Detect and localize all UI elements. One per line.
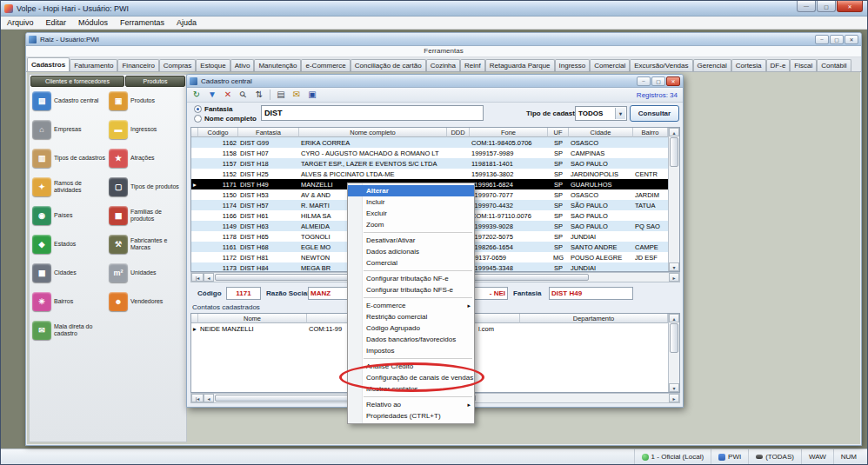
- sidebar-item-fabricantes-e-marcas[interactable]: ⚒Fabricantes e Marcas: [109, 235, 185, 254]
- tab-df-e[interactable]: DF-e: [766, 59, 791, 71]
- refresh-icon[interactable]: ↻: [190, 89, 204, 102]
- sort-az-icon[interactable]: ⇅: [252, 89, 266, 102]
- tab-excursao-vendas[interactable]: Excursão/Vendas: [630, 59, 692, 71]
- grid-header-cidade[interactable]: Cidade: [569, 128, 633, 137]
- dialog-maximize-button[interactable]: [651, 76, 665, 86]
- context-menu-item-configuracao-de-canais-de-vendas[interactable]: Configuração de canais de vendas: [348, 372, 474, 383]
- tab-contabil[interactable]: Contábil: [817, 59, 851, 71]
- tab-manutencao[interactable]: Manutenção: [254, 59, 301, 71]
- sidebar-item-paises[interactable]: ◉Países: [32, 206, 109, 225]
- sidebar-header-produtos[interactable]: Produtos: [125, 76, 185, 87]
- export-icon[interactable]: ✉: [290, 89, 304, 102]
- radio-nome-completo[interactable]: Nome completo: [194, 115, 257, 123]
- tab-reinf[interactable]: Reinf: [460, 59, 485, 71]
- sidebar-item-atracoes[interactable]: ★Atrações: [109, 149, 185, 168]
- context-menu-item-excluir[interactable]: Excluir: [348, 208, 474, 219]
- tab-ingresso[interactable]: Ingresso: [555, 59, 591, 71]
- contatos-vertical-scrollbar[interactable]: [668, 314, 679, 392]
- scroll-up-icon[interactable]: [669, 128, 679, 136]
- grid-header-fone[interactable]: Fone: [470, 128, 548, 137]
- menu-ajuda[interactable]: Ajuda: [170, 17, 203, 29]
- context-menu-item-restricao-comercial[interactable]: Restrição comercial: [348, 311, 474, 322]
- go-first-icon[interactable]: [191, 394, 204, 402]
- tab-cozinha[interactable]: Cozinha: [426, 59, 460, 71]
- status-todas[interactable]: (TODAS): [748, 449, 801, 464]
- grid-header-nome-completo[interactable]: Nome completo: [299, 128, 447, 137]
- print-icon[interactable]: ▤: [274, 89, 288, 102]
- maximize-button[interactable]: [817, 1, 836, 12]
- context-menu-item-mostrar-contatos[interactable]: Mostrar contatos: [348, 383, 474, 395]
- grid-header-ddd[interactable]: DDD: [447, 128, 470, 137]
- close-button[interactable]: [837, 1, 863, 12]
- scroll-right-icon[interactable]: [669, 273, 679, 282]
- status-1-oficial-local[interactable]: 1 - Oficial (Local): [634, 449, 711, 464]
- tab-conciliacao-de-cartao[interactable]: Conciliação de cartão: [351, 59, 426, 71]
- filter-icon[interactable]: ▼: [205, 89, 219, 102]
- tab-compras[interactable]: Compras: [159, 59, 196, 71]
- raiz-maximize-button[interactable]: [830, 35, 844, 44]
- registros-count[interactable]: Registros: 34: [637, 91, 680, 99]
- menu-ferramentas[interactable]: Ferramentas: [114, 17, 170, 29]
- context-menu-item-analise-credito[interactable]: Análise Crédito: [348, 361, 474, 372]
- context-menu-item-impostos[interactable]: Impostos: [348, 345, 474, 356]
- context-menu-item-dados-adicionais[interactable]: Dados adicionais: [348, 246, 474, 257]
- context-menu-item-alterar[interactable]: Alterar: [348, 185, 474, 196]
- tab-estoque[interactable]: Estoque: [196, 59, 230, 71]
- sidebar-item-vendedores[interactable]: ☻Vendedores: [109, 292, 185, 311]
- tab-cortesia[interactable]: Cortesia: [731, 59, 766, 71]
- grid-vertical-scrollbar[interactable]: [668, 128, 679, 271]
- tab-comercial[interactable]: Comercial: [590, 59, 630, 71]
- sidebar-item-ingressos[interactable]: ▬Ingressos: [109, 120, 185, 139]
- context-menu-item-configurar-tributacao-nf-e[interactable]: Configurar tributação NF-e: [348, 273, 474, 284]
- sidebar-item-cadastro-central[interactable]: ▤Cadastro central: [32, 91, 109, 110]
- menu-modulos[interactable]: Módulos: [72, 17, 114, 29]
- tab-fiscal[interactable]: Fiscal: [790, 59, 817, 71]
- grid-header-fantasia[interactable]: Fantasia: [238, 128, 299, 137]
- contatos-header-departamento[interactable]: Departamento: [520, 314, 668, 323]
- context-menu-item-propriedades-ctrl-t[interactable]: Propriedades (CTRL+T): [348, 410, 474, 422]
- tab-ativo[interactable]: Ativo: [230, 59, 255, 71]
- scroll-thumb[interactable]: [670, 323, 678, 353]
- tipo-cadastro-select[interactable]: TODOS: [575, 106, 627, 121]
- radio-fantasia[interactable]: Fantasia: [194, 105, 232, 113]
- scroll-up-icon[interactable]: [669, 314, 679, 322]
- context-menu-item-incluir[interactable]: Incluir: [348, 196, 474, 208]
- raiz-close-button[interactable]: [845, 35, 858, 44]
- grid-header-uf[interactable]: UF: [548, 128, 569, 137]
- status-waw[interactable]: WAW: [801, 449, 833, 464]
- clear-filter-icon[interactable]: ✕: [221, 89, 235, 102]
- dialog-close-button[interactable]: [666, 76, 680, 86]
- sidebar-item-produtos[interactable]: ▣Produtos: [109, 91, 185, 110]
- dialog-minimize-button[interactable]: [637, 76, 651, 86]
- menu-arquivo[interactable]: Arquivo: [1, 17, 40, 29]
- context-menu-item-zoom[interactable]: Zoom: [348, 219, 474, 230]
- context-menu-item-dados-bancarios-favorecidos[interactable]: Dados bancários/favorecidos: [348, 334, 474, 345]
- scroll-left-icon[interactable]: [204, 273, 214, 282]
- table-row-1152[interactable]: 1152DIST H25ALVES & PICCINATO LTDA-ME159…: [191, 169, 668, 179]
- search-input[interactable]: [261, 105, 484, 121]
- grid-header-bairro[interactable]: Bairro: [633, 128, 668, 137]
- tab-cadastros[interactable]: Cadastros: [27, 57, 70, 71]
- tab-e-commerce[interactable]: e-Commerce: [301, 59, 350, 71]
- table-row-1162[interactable]: 1162DIST G99ERIKA CORREACOM:11-98405.070…: [191, 137, 668, 148]
- context-menu-item-comercial[interactable]: Comercial: [348, 257, 474, 269]
- context-menu-item-codigo-agrupado[interactable]: Código Agrupado: [348, 322, 474, 334]
- table-row-1157[interactable]: 1157DIST H18TARGET ESP., LAZER E EVENTOS…: [191, 158, 668, 169]
- sidebar-item-bairros[interactable]: ✳Bairros: [32, 292, 109, 311]
- zoom-icon[interactable]: ⚲: [237, 89, 250, 102]
- grid-header-codigo[interactable]: Código: [198, 128, 238, 137]
- sidebar-item-ramos-de-atividades[interactable]: ✦Ramos de atividades: [32, 177, 109, 196]
- consultar-button[interactable]: Consultar: [630, 105, 679, 122]
- tab-gerencial[interactable]: Gerencial: [693, 59, 731, 71]
- scroll-left-icon[interactable]: [204, 394, 214, 402]
- sidebar-item-cidades[interactable]: ▦Cidades: [32, 263, 109, 282]
- table-row-1158[interactable]: 1158DIST H07CYRO - AUGUSTO MACHADO & ROM…: [191, 148, 668, 158]
- context-menu-item-desativar-ativar[interactable]: Desativar/Ativar: [348, 235, 474, 246]
- tab-retaguarda-parque[interactable]: Retaguarda Parque: [485, 59, 555, 71]
- sidebar-item-tipos-de-produtos[interactable]: ▢Tipos de produtos: [109, 177, 185, 196]
- status-pwi[interactable]: PWI: [711, 449, 748, 464]
- sidebar-item-estados[interactable]: ◆Estados: [32, 235, 109, 254]
- sidebar-item-unidades[interactable]: m²Unidades: [109, 263, 185, 282]
- tab-faturamento[interactable]: Faturamento: [70, 59, 117, 71]
- status-num[interactable]: NUM: [833, 449, 864, 464]
